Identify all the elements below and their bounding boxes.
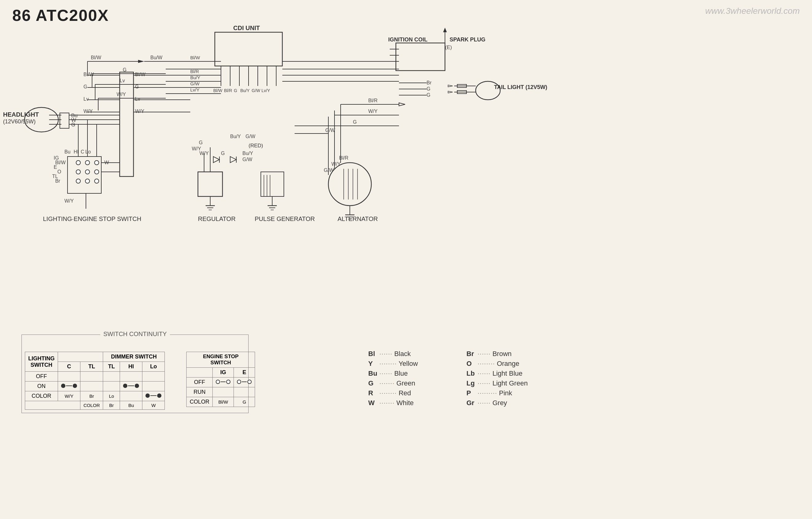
svg-text:C: C	[81, 149, 84, 154]
color-hi-cell	[120, 391, 142, 401]
name-lb: Light Blue	[493, 370, 523, 377]
svg-text:Bl/W: Bl/W	[190, 55, 200, 60]
svg-text:Lv: Lv	[120, 78, 125, 83]
col-tl: TL	[80, 362, 103, 372]
name-bl: Black	[394, 350, 411, 358]
dots-p: ·········	[477, 389, 497, 397]
svg-text:G: G	[221, 151, 225, 156]
off-tl2	[103, 372, 120, 381]
svg-text:G/W: G/W	[325, 128, 336, 133]
svg-text:G: G	[71, 122, 75, 128]
es-color-label: COLOR	[186, 397, 213, 407]
name-gr: Grey	[493, 399, 507, 407]
legend-o: O ········ Orange	[466, 360, 552, 368]
dots-gr: ······	[477, 399, 491, 407]
abbr-y: Y	[368, 360, 377, 368]
row-on: ON	[25, 381, 165, 391]
on-lo	[142, 381, 165, 391]
name-g: Green	[397, 379, 415, 387]
svg-text:HEADLIGHT: HEADLIGHT	[3, 111, 39, 118]
wiring-diagram: HEADLIGHT (12V60/55W) Bu W G Bl/W G Lv W…	[0, 25, 812, 347]
color-br: Br	[80, 391, 103, 401]
svg-text:G: G	[234, 88, 237, 93]
svg-text:Bl/R: Bl/R	[224, 88, 232, 93]
svg-text:W/Y: W/Y	[331, 162, 341, 167]
svg-point-102	[76, 170, 80, 174]
svg-text:G/W: G/W	[190, 81, 200, 86]
svg-text:(E): (E)	[445, 45, 452, 50]
sub-br: Br	[103, 401, 120, 410]
svg-text:Lv/Y: Lv/Y	[190, 87, 200, 92]
on-c	[58, 381, 80, 391]
legend-r: R ········ Red	[368, 389, 454, 397]
dots-o: ········	[477, 360, 495, 368]
svg-text:E: E	[54, 165, 57, 170]
off-lo	[142, 372, 165, 381]
es-row-color: COLOR Bl/W G	[186, 397, 255, 407]
svg-text:Br: Br	[427, 80, 432, 85]
svg-text:(RED): (RED)	[249, 143, 263, 148]
svg-text:Lo: Lo	[85, 149, 91, 154]
engine-stop-table-container: ENGINE STOPSWITCH IG E OFF	[186, 346, 255, 407]
svg-text:G: G	[427, 92, 430, 97]
abbr-o: O	[466, 360, 476, 368]
svg-text:Bl/W: Bl/W	[213, 88, 223, 93]
dots-br: ······	[477, 350, 491, 358]
lighting-dimmer-table: LIGHTING SWITCH DIMMER SWITCH C TL TL HI…	[25, 346, 165, 410]
svg-text:ALTERNATOR: ALTERNATOR	[338, 215, 378, 222]
row-color-sub: COLOR Br Bu W	[25, 401, 165, 410]
legend-p: P ········· Pink	[466, 389, 552, 397]
legend-lb: Lb ······ Light Blue	[466, 370, 552, 377]
svg-text:G: G	[427, 86, 430, 91]
svg-text:SPARK PLUG: SPARK PLUG	[450, 36, 486, 43]
abbr-w: W	[368, 399, 377, 407]
dots-w: ·······	[379, 399, 395, 407]
color-legend: Bl ······ Black Br ······ Brown Y ······…	[368, 350, 552, 407]
off-hi	[120, 372, 142, 381]
svg-text:Bl/W: Bl/W	[91, 55, 102, 60]
conn-symbol-on-hi	[123, 384, 139, 388]
color-wy: W/Y	[58, 391, 80, 401]
name-y: Yellow	[399, 360, 418, 368]
svg-point-108	[94, 179, 99, 183]
svg-point-105	[85, 179, 90, 183]
svg-text:O: O	[57, 169, 61, 174]
dots-g: ·······	[379, 379, 395, 387]
dots-bl: ······	[379, 350, 393, 358]
dots-r: ········	[379, 389, 397, 397]
on-tl	[80, 381, 103, 391]
on-hi	[120, 381, 142, 391]
svg-point-103	[85, 170, 90, 174]
es-color-ig: Bl/W	[213, 397, 234, 407]
svg-rect-0	[0, 25, 812, 347]
svg-text:LIGHTING·ENGINE STOP SWITCH: LIGHTING·ENGINE STOP SWITCH	[43, 215, 141, 222]
abbr-g: G	[368, 379, 377, 387]
lighting-switch-cols-header	[58, 352, 103, 362]
legend-bu: Bu ······ Blue	[368, 370, 454, 377]
name-lg: Light Green	[493, 379, 528, 387]
name-br: Brown	[493, 350, 512, 358]
svg-text:G/W: G/W	[245, 134, 256, 139]
abbr-lg: Lg	[466, 379, 476, 387]
engine-stop-header: ENGINE STOPSWITCH	[186, 352, 255, 368]
legend-br: Br ······ Brown	[466, 350, 552, 358]
abbr-gr: Gr	[466, 399, 476, 407]
svg-text:Lv/Y: Lv/Y	[261, 88, 270, 93]
svg-text:G/W: G/W	[242, 157, 253, 162]
main-container: 86 ATC200X www.3wheelerworld.com HEADLIG…	[0, 0, 812, 519]
svg-text:Bl/R: Bl/R	[190, 69, 199, 74]
abbr-br: Br	[466, 350, 476, 358]
svg-point-101	[85, 161, 90, 165]
legend-g: G ······· Green	[368, 379, 454, 387]
svg-text:G: G	[353, 119, 356, 125]
svg-text:G: G	[199, 140, 203, 145]
svg-text:G/W: G/W	[324, 168, 334, 173]
svg-point-106	[94, 161, 99, 165]
svg-text:W/Y: W/Y	[200, 151, 209, 156]
on-tl2	[103, 381, 120, 391]
col-lo: Lo	[142, 362, 165, 372]
svg-text:CDI UNIT: CDI UNIT	[233, 25, 260, 31]
svg-text:REGULATOR: REGULATOR	[198, 215, 236, 222]
svg-text:W/Y: W/Y	[368, 109, 378, 114]
name-p: Pink	[499, 389, 512, 397]
